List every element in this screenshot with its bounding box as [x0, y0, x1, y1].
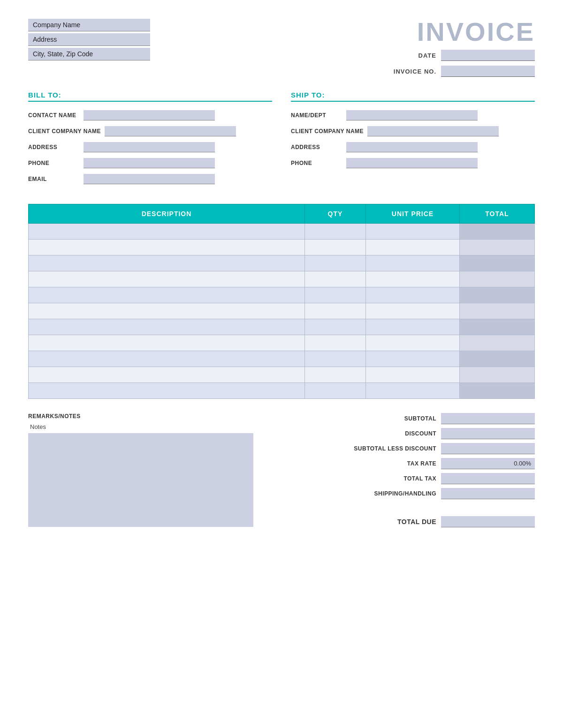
table-cell-price-4[interactable]: [366, 287, 460, 303]
table-cell-qty-3[interactable]: [305, 271, 366, 287]
table-row: [29, 271, 535, 287]
table-cell-price-8[interactable]: [366, 351, 460, 367]
table-cell-desc-4[interactable]: [29, 287, 305, 303]
table-cell-qty-4[interactable]: [305, 287, 366, 303]
table-cell-desc-2[interactable]: [29, 255, 305, 271]
table-cell-total-1[interactable]: [460, 240, 535, 255]
date-input[interactable]: [441, 50, 535, 61]
discount-input[interactable]: [441, 428, 535, 439]
bill-contact-input[interactable]: [84, 110, 215, 120]
totals-spacer: [272, 503, 535, 512]
table-cell-total-3[interactable]: [460, 271, 535, 287]
bill-to-col: BILL TO: CONTACT NAME CLIENT COMPANY NAM…: [28, 91, 272, 190]
table-cell-desc-5[interactable]: [29, 303, 305, 319]
ship-company-row: CLIENT COMPANY NAME: [291, 126, 535, 136]
table-cell-desc-0[interactable]: [29, 224, 305, 240]
table-cell-desc-6[interactable]: [29, 319, 305, 335]
subtotal-less-discount-label: SUBTOTAL LESS DISCOUNT: [342, 445, 436, 452]
table-cell-qty-10[interactable]: [305, 383, 366, 399]
table-cell-desc-7[interactable]: [29, 335, 305, 351]
table-cell-total-7[interactable]: [460, 335, 535, 351]
tax-rate-value[interactable]: 0.00%: [441, 458, 535, 469]
subtotal-less-discount-row: SUBTOTAL LESS DISCOUNT: [272, 443, 535, 454]
bill-company-input[interactable]: [105, 126, 236, 136]
table-cell-qty-7[interactable]: [305, 335, 366, 351]
table-cell-qty-6[interactable]: [305, 319, 366, 335]
table-cell-price-0[interactable]: [366, 224, 460, 240]
table-cell-total-6[interactable]: [460, 319, 535, 335]
table-cell-total-0[interactable]: [460, 224, 535, 240]
total-due-label: TOTAL DUE: [342, 518, 436, 525]
table-cell-price-1[interactable]: [366, 240, 460, 255]
table-cell-total-5[interactable]: [460, 303, 535, 319]
notes-text: Notes: [28, 423, 253, 430]
table-row: [29, 351, 535, 367]
table-cell-qty-5[interactable]: [305, 303, 366, 319]
shipping-input[interactable]: [441, 488, 535, 499]
ship-name-label: NAME/DEPT: [291, 112, 342, 119]
invoice-title: INVOICE: [389, 19, 535, 45]
table-cell-price-7[interactable]: [366, 335, 460, 351]
ship-to-title: SHIP TO:: [291, 91, 535, 102]
table-cell-desc-10[interactable]: [29, 383, 305, 399]
bill-phone-row: PHONE: [28, 158, 272, 168]
bill-email-label: EMAIL: [28, 176, 80, 182]
notes-area[interactable]: [28, 433, 253, 527]
total-due-input[interactable]: [441, 516, 535, 527]
table-cell-price-6[interactable]: [366, 319, 460, 335]
ship-name-input[interactable]: [346, 110, 478, 120]
total-tax-row: TOTAL TAX: [272, 473, 535, 484]
table-row: [29, 319, 535, 335]
bill-contact-row: CONTACT NAME: [28, 110, 272, 120]
table-cell-total-8[interactable]: [460, 351, 535, 367]
subtotal-label: SUBTOTAL: [342, 415, 436, 422]
table-row: [29, 367, 535, 383]
table-cell-total-4[interactable]: [460, 287, 535, 303]
subtotal-input[interactable]: [441, 413, 535, 424]
table-cell-desc-3[interactable]: [29, 271, 305, 287]
table-cell-price-2[interactable]: [366, 255, 460, 271]
bill-phone-label: PHONE: [28, 160, 80, 166]
table-cell-qty-9[interactable]: [305, 367, 366, 383]
table-cell-qty-2[interactable]: [305, 255, 366, 271]
ship-address-label: ADDRESS: [291, 144, 342, 150]
table-cell-qty-1[interactable]: [305, 240, 366, 255]
bill-address-input[interactable]: [84, 142, 215, 152]
table-cell-price-3[interactable]: [366, 271, 460, 287]
table-cell-desc-9[interactable]: [29, 367, 305, 383]
total-tax-input[interactable]: [441, 473, 535, 484]
bill-to-title: BILL TO:: [28, 91, 272, 102]
table-cell-price-10[interactable]: [366, 383, 460, 399]
col-unit-price: UNIT PRICE: [366, 204, 460, 224]
table-cell-qty-8[interactable]: [305, 351, 366, 367]
bill-phone-input[interactable]: [84, 158, 215, 168]
ship-company-input[interactable]: [367, 126, 499, 136]
table-row: [29, 240, 535, 255]
table-cell-desc-1[interactable]: [29, 240, 305, 255]
table-cell-total-9[interactable]: [460, 367, 535, 383]
discount-row: DISCOUNT: [272, 428, 535, 439]
date-label: DATE: [389, 52, 436, 59]
header: Company Name Address City, State, Zip Co…: [28, 19, 535, 77]
table-cell-total-2[interactable]: [460, 255, 535, 271]
ship-phone-input[interactable]: [346, 158, 478, 168]
table-cell-total-10[interactable]: [460, 383, 535, 399]
table-cell-price-5[interactable]: [366, 303, 460, 319]
table-cell-qty-0[interactable]: [305, 224, 366, 240]
invoice-table: DESCRIPTION QTY UNIT PRICE TOTAL: [28, 204, 535, 399]
bill-contact-label: CONTACT NAME: [28, 112, 80, 119]
tax-rate-row: TAX RATE 0.00%: [272, 458, 535, 469]
table-cell-price-9[interactable]: [366, 367, 460, 383]
subtotal-less-discount-input[interactable]: [441, 443, 535, 454]
company-address-field[interactable]: Address: [28, 33, 150, 46]
company-name-field[interactable]: Company Name: [28, 19, 150, 31]
invoice-no-input[interactable]: [441, 66, 535, 77]
total-due-row: TOTAL DUE: [272, 516, 535, 527]
bill-company-label: CLIENT COMPANY NAME: [28, 128, 101, 135]
ship-address-input[interactable]: [346, 142, 478, 152]
company-city-field[interactable]: City, State, Zip Code: [28, 48, 150, 60]
date-row: DATE: [389, 50, 535, 61]
table-cell-desc-8[interactable]: [29, 351, 305, 367]
table-header-row: DESCRIPTION QTY UNIT PRICE TOTAL: [29, 204, 535, 224]
bill-email-input[interactable]: [84, 174, 215, 184]
